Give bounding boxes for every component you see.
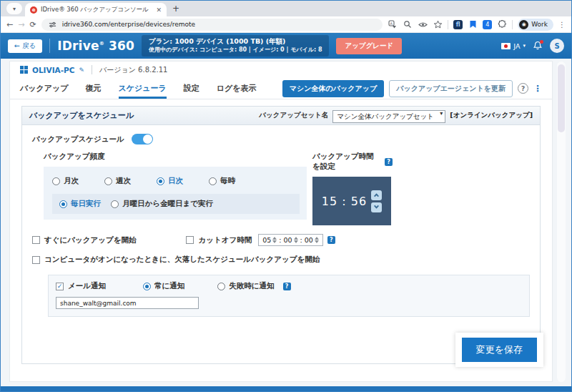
windows-icon	[20, 66, 28, 74]
browser-toolbar: ← → ⟳ idrive360.com/enterprise/devices/r…	[1, 16, 571, 33]
reload-icon[interactable]: ⟳	[29, 21, 36, 29]
help-icon[interactable]: ?	[518, 83, 528, 94]
url-text: idrive360.com/enterprise/devices/remote	[62, 21, 195, 28]
radio-circle[interactable]	[209, 177, 217, 185]
forward-icon[interactable]: →	[18, 21, 24, 29]
radio-circle[interactable]	[217, 283, 225, 290]
daily-mode-options: 毎日実行 月曜日から金曜日まで実行	[52, 194, 300, 214]
browser-tab[interactable]: e IDrive® 360 バックアップコンソール ✕	[25, 3, 167, 16]
radio-weekdays[interactable]: 月曜日から金曜日まで実行	[111, 199, 213, 209]
spinner-arrows[interactable]	[315, 237, 319, 243]
cutoff-hours[interactable]: 05	[262, 236, 277, 244]
edit-pencil-icon[interactable]: ✎	[79, 67, 84, 74]
cutoff-info-icon[interactable]: ?	[327, 236, 335, 244]
nav-tabs: バックアップ 復元 スケジューラ 設定 ログを表示	[20, 78, 257, 99]
toolbar-divider	[448, 20, 448, 29]
radio-monthly[interactable]: 月次	[52, 176, 79, 186]
missed-backup-checkbox[interactable]	[32, 256, 40, 264]
spinner-arrows[interactable]	[272, 237, 277, 243]
tab-search-button[interactable]: ▾	[6, 3, 22, 14]
site-settings-icon[interactable]	[48, 19, 58, 29]
email-address-input[interactable]	[56, 297, 199, 309]
upgrade-button[interactable]: アップグレード	[336, 38, 402, 54]
radio-label: 毎時	[220, 176, 235, 186]
colon: :	[300, 236, 302, 244]
device-name: OLIVIA-PC	[32, 66, 74, 74]
time-up-button[interactable]	[371, 190, 382, 200]
extensions-puzzle-icon[interactable]	[497, 19, 507, 29]
email-notify-checkbox[interactable]: ✓	[56, 283, 64, 290]
cutoff-time-input[interactable]: 05 : 00 : 00	[258, 234, 323, 246]
cutoff-label: カットオフ時間	[198, 235, 252, 245]
save-container: 変更を保存	[455, 333, 543, 367]
radio-notify-failure[interactable]: 失敗時に通知	[217, 281, 274, 291]
scrollbar-thumb[interactable]	[558, 64, 565, 132]
divider	[92, 65, 92, 74]
tab-restore[interactable]: 復元	[86, 78, 102, 99]
radio-everyday[interactable]: 毎日実行	[59, 199, 101, 209]
start-now-checkbox[interactable]	[32, 236, 40, 244]
back-icon[interactable]: ←	[6, 21, 13, 29]
zoom-icon[interactable]	[403, 19, 413, 29]
panel-header: バックアップをスケジュール バックアップセット名 マシン全体バックアップセット …	[22, 107, 540, 125]
radio-circle-selected[interactable]	[59, 200, 67, 208]
extension-icon[interactable]: fl	[453, 20, 463, 29]
user-avatar[interactable]: S	[550, 39, 564, 53]
frequency-column: バックアップ頻度 月次 週次	[44, 152, 307, 225]
update-agent-button[interactable]: バックアップエージェントを更新	[389, 80, 513, 97]
extension-badge-icon[interactable]: 4	[483, 20, 492, 29]
cutoff-checkbox[interactable]	[186, 236, 194, 244]
radio-weekly[interactable]: 週次	[104, 176, 131, 186]
radio-circle-selected[interactable]	[157, 177, 164, 185]
bookmark-extension-icon[interactable]	[468, 19, 478, 29]
chevron-up-icon	[374, 193, 379, 198]
close-tab-icon[interactable]: ✕	[156, 6, 162, 14]
more-menu-icon[interactable]: ⋮	[533, 84, 542, 94]
back-button[interactable]: ← 戻る	[8, 39, 42, 53]
cutoff-seconds-value: 00	[305, 236, 313, 244]
backup-set-select[interactable]: マシン全体バックアップセット	[332, 110, 445, 123]
radio-label: 失敗時に通知	[229, 281, 274, 291]
time-down-button[interactable]	[371, 202, 382, 212]
frequency-box: 月次 週次 日次	[44, 167, 307, 220]
new-tab-button[interactable]: +	[172, 4, 179, 14]
colon: :	[279, 236, 281, 244]
profile-avatar: ◉	[519, 20, 528, 29]
password-eye-icon[interactable]	[418, 19, 428, 29]
translate-icon[interactable]: A	[388, 19, 398, 29]
radio-circle-selected[interactable]	[143, 283, 151, 290]
schedule-toggle-switch[interactable]	[132, 134, 153, 144]
radio-hourly[interactable]: 毎時	[209, 176, 235, 186]
chevron-down-icon	[374, 204, 379, 209]
tab-settings[interactable]: 設定	[184, 78, 199, 99]
notifications-bell-icon[interactable]	[533, 41, 543, 51]
email-info-icon[interactable]: ?	[283, 283, 291, 290]
cutoff-minutes-value: 00	[284, 236, 292, 244]
url-bar[interactable]: idrive360.com/enterprise/devices/remote	[41, 19, 383, 31]
browser-window: ▾ e IDrive® 360 バックアップコンソール ✕ + ← → ⟳ id…	[0, 0, 572, 392]
radio-circle[interactable]	[104, 177, 112, 185]
main-card: OLIVIA-PC ✎ バージョン 6.8.2.11 バックアップ 復元 スケジ…	[9, 61, 553, 382]
profile-button[interactable]: ◉ Work	[518, 19, 553, 31]
tab-backup[interactable]: バックアップ	[20, 78, 69, 99]
time-info-icon[interactable]: ?	[385, 158, 393, 166]
cutoff-seconds[interactable]: 00	[305, 236, 319, 244]
spinner-arrows[interactable]	[294, 237, 298, 243]
radio-circle[interactable]	[111, 200, 119, 208]
bookmark-star-icon[interactable]	[433, 19, 443, 29]
cutoff-minutes[interactable]: 00	[284, 236, 298, 244]
radio-daily[interactable]: 日次	[157, 176, 183, 186]
vertical-scrollbar[interactable]	[557, 62, 566, 382]
tab-scheduler[interactable]: スケジューラ	[119, 78, 167, 99]
whole-machine-backup-button[interactable]: マシン全体のバックアップ	[282, 80, 384, 97]
tab-view-logs[interactable]: ログを表示	[217, 78, 257, 99]
window-bottom-edge	[1, 386, 571, 391]
chrome-menu-icon[interactable]: ⋮	[558, 21, 566, 29]
radio-notify-always[interactable]: 常に通知	[143, 281, 184, 291]
tab-title: IDrive® 360 バックアップコンソール	[41, 6, 152, 14]
language-selector[interactable]: JA ▾	[501, 42, 526, 50]
panel-body: バックアップスケジュール バックアップ頻度 月次	[22, 125, 540, 324]
frequency-label: バックアップ頻度	[44, 152, 307, 162]
save-changes-button[interactable]: 変更を保存	[462, 338, 537, 362]
radio-circle[interactable]	[52, 177, 60, 185]
